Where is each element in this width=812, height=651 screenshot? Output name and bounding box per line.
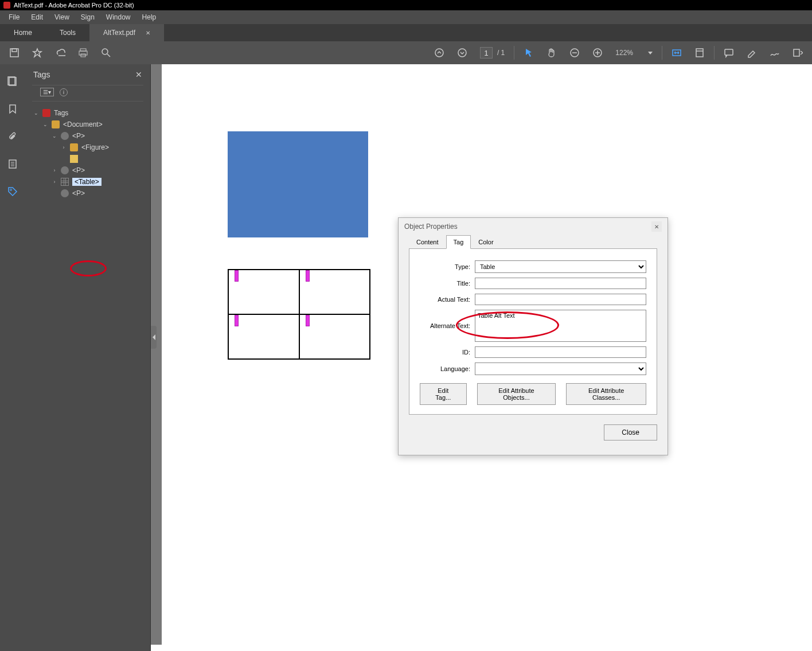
tab-color[interactable]: Color	[471, 235, 501, 249]
menu-sign[interactable]: Sign	[77, 11, 99, 23]
toolbar: / 1 122%	[0, 41, 812, 64]
tab-document[interactable]: AltText.pdf ✕	[89, 24, 164, 41]
tag-tree: ⌄Tags ⌄<Document> ⌄<P> ›<Figure> › ›<P> …	[25, 107, 150, 199]
content-panel-icon[interactable]	[7, 158, 18, 170]
edit-tag-button[interactable]: Edit Tag...	[420, 383, 467, 405]
alt-text-input[interactable]: Table Alt Text	[475, 310, 646, 342]
tab-content[interactable]: Content	[409, 235, 446, 249]
tree-document[interactable]: ⌄<Document>	[33, 119, 150, 130]
tags-panel-icon[interactable]	[7, 186, 18, 197]
label-lang: Language:	[420, 365, 470, 372]
tree-p-2[interactable]: ›<P>	[33, 165, 150, 176]
fit-page-icon[interactable]	[694, 48, 705, 58]
id-input[interactable]	[475, 346, 646, 358]
fit-width-icon[interactable]	[672, 48, 682, 58]
svg-rect-0	[10, 49, 18, 57]
title-input[interactable]	[475, 278, 646, 289]
close-icon[interactable]: ✕	[146, 30, 150, 36]
close-icon[interactable]: ✕	[135, 70, 142, 79]
zoom-out-icon[interactable]	[569, 48, 580, 58]
right-pane	[701, 64, 812, 645]
label-id: ID:	[420, 349, 470, 356]
svg-rect-4	[79, 51, 87, 55]
label-alt: Alternate Text:	[420, 322, 470, 329]
left-rail	[0, 64, 25, 651]
zoom-level[interactable]: 122%	[615, 49, 633, 57]
page-up-icon[interactable]	[434, 48, 444, 58]
label-type: Type:	[420, 263, 470, 270]
save-icon[interactable]	[9, 48, 19, 58]
label-title: Title:	[420, 280, 470, 287]
page-down-icon[interactable]	[457, 48, 467, 58]
menu-view[interactable]: View	[50, 11, 73, 23]
chevron-down-icon[interactable]	[648, 52, 653, 54]
tags-panel: Tags ✕ ☰▾ i ⌄Tags ⌄<Document> ⌄<P> ›<Fig…	[25, 64, 151, 651]
menu-file[interactable]: File	[5, 11, 24, 23]
svg-point-8	[435, 49, 443, 57]
svg-rect-3	[80, 49, 86, 51]
tab-tools[interactable]: Tools	[46, 24, 89, 41]
close-icon[interactable]: ✕	[651, 221, 662, 232]
info-icon[interactable]: i	[60, 88, 68, 96]
tags-toolbar: ☰▾ i	[32, 85, 143, 102]
attachment-icon[interactable]	[7, 131, 18, 142]
svg-rect-18	[725, 49, 733, 55]
svg-rect-1	[12, 49, 17, 52]
star-icon[interactable]	[32, 48, 42, 58]
thumbnails-icon[interactable]	[7, 76, 18, 87]
bottom-pad	[151, 645, 812, 651]
highlight-icon[interactable]	[747, 48, 757, 58]
menubar: File Edit View Sign Window Help	[0, 10, 812, 24]
options-icon[interactable]: ☰▾	[40, 88, 54, 96]
language-select[interactable]	[475, 362, 646, 375]
label-actual: Actual Text:	[420, 296, 470, 303]
tree-figure[interactable]: ›<Figure>	[33, 142, 150, 153]
tree-root[interactable]: ⌄Tags	[33, 107, 150, 119]
tab-label: AltText.pdf	[103, 29, 135, 37]
app-icon	[3, 2, 10, 9]
more-tools-icon[interactable]	[793, 48, 803, 58]
type-select[interactable]: Table	[475, 260, 646, 273]
figure-rect	[228, 131, 368, 237]
tab-home[interactable]: Home	[0, 24, 46, 41]
svg-point-9	[458, 49, 466, 57]
svg-rect-16	[696, 49, 703, 57]
hand-icon[interactable]	[546, 48, 557, 58]
panel-title: Tags	[33, 70, 50, 79]
tree-p-3[interactable]: ›<P>	[33, 188, 150, 199]
close-button[interactable]: Close	[604, 424, 657, 441]
edit-attr-classes-button[interactable]: Edit Attribute Classes...	[566, 383, 646, 405]
search-icon[interactable]	[101, 48, 111, 58]
page-current-input[interactable]	[480, 47, 493, 59]
table-graphic	[228, 269, 370, 360]
window-title: AltText.pdf - Adobe Acrobat Pro DC (32-b…	[14, 2, 134, 9]
pointer-icon[interactable]	[524, 48, 534, 58]
menu-edit[interactable]: Edit	[27, 11, 47, 23]
print-icon[interactable]	[78, 48, 88, 58]
menu-help[interactable]: Help	[138, 11, 161, 23]
panel-collapse-handle[interactable]	[151, 326, 157, 349]
menu-window[interactable]: Window	[102, 11, 135, 23]
actual-text-input[interactable]	[475, 294, 646, 305]
document-tabs: Home Tools AltText.pdf ✕	[0, 24, 812, 41]
bookmark-icon[interactable]	[7, 103, 18, 115]
sign-icon[interactable]	[770, 48, 780, 58]
cloud-icon[interactable]	[55, 48, 65, 58]
svg-marker-2	[33, 49, 41, 57]
tab-tag[interactable]: Tag	[446, 235, 471, 249]
svg-point-26	[10, 189, 12, 191]
page-indicator: / 1	[480, 47, 505, 59]
titlebar: AltText.pdf - Adobe Acrobat Pro DC (32-b…	[0, 0, 812, 10]
edit-attr-objects-button[interactable]: Edit Attribute Objects...	[477, 383, 556, 405]
comment-icon[interactable]	[724, 48, 734, 58]
svg-point-6	[102, 49, 108, 54]
zoom-in-icon[interactable]	[592, 48, 603, 58]
page-total: / 1	[497, 49, 505, 57]
tree-content[interactable]: ›	[33, 153, 150, 165]
dialog-title: Object Properties	[404, 223, 458, 231]
svg-line-7	[107, 54, 110, 57]
svg-rect-19	[794, 49, 799, 56]
object-properties-dialog: Object Properties ✕ Content Tag Color Ty…	[398, 217, 668, 455]
tree-table[interactable]: ›<Table>	[33, 176, 150, 188]
tree-p-1[interactable]: ⌄<P>	[33, 130, 150, 142]
